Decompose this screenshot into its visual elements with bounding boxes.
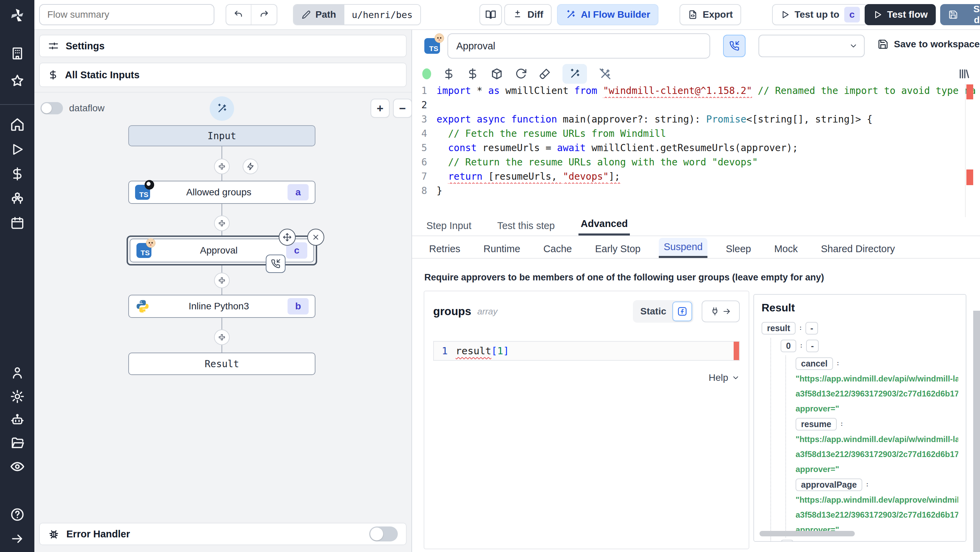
error-handler-toggle[interactable] xyxy=(369,527,398,541)
settings-gear-icon[interactable] xyxy=(0,389,34,404)
step-name-input[interactable] xyxy=(447,33,710,59)
test-up-to-button[interactable]: Test up to c xyxy=(772,4,868,25)
package-icon[interactable] xyxy=(490,67,503,80)
test-up-to-step-badge: c xyxy=(844,7,860,22)
runs-play-icon[interactable] xyxy=(0,142,34,157)
result-url: a3f58d13e212/3963172903/2c77d162d6b17395… xyxy=(795,386,958,401)
test-flow-button[interactable]: Test flow xyxy=(865,4,936,25)
move-step-button[interactable] xyxy=(279,229,296,246)
tab-retries[interactable]: Retries xyxy=(424,240,465,258)
ai-assistant-button[interactable] xyxy=(210,96,234,121)
result-key-chip[interactable]: approvalPage xyxy=(795,479,862,491)
resources-boxes-icon[interactable] xyxy=(0,191,34,206)
insert-step-button[interactable] xyxy=(214,329,230,345)
library-icon[interactable] xyxy=(957,67,970,81)
result-key-chip[interactable]: result xyxy=(762,322,795,334)
user-icon[interactable] xyxy=(0,366,34,380)
zoom-out-button[interactable]: − xyxy=(393,99,412,118)
suspend-indicator-button[interactable] xyxy=(723,35,746,57)
collapse-sidebar-arrow-icon[interactable] xyxy=(0,531,34,546)
ai-flow-builder-button[interactable]: AI Flow Builder xyxy=(557,4,659,25)
redo-button[interactable] xyxy=(251,5,277,24)
delete-step-button[interactable] xyxy=(307,229,324,246)
result-key-chip[interactable]: 0 xyxy=(781,340,796,352)
script-version-select[interactable] xyxy=(759,35,865,57)
plus-icon xyxy=(218,276,226,285)
resources-dollar-icon[interactable] xyxy=(466,68,479,80)
connect-input-button[interactable] xyxy=(702,301,740,322)
flow-canvas[interactable]: Settings All Static Inputs dataflow + − … xyxy=(34,30,411,552)
save-to-workspace-button[interactable]: Save to workspace xyxy=(878,39,980,50)
insert-step-button[interactable] xyxy=(214,215,230,231)
javascript-expression-button[interactable] xyxy=(672,302,692,321)
path-value[interactable]: u/henri/bes xyxy=(344,5,420,24)
tab-suspend[interactable]: Suspend xyxy=(659,238,708,258)
static-javascript-toggle[interactable]: Static xyxy=(633,300,694,323)
format-brush-icon[interactable] xyxy=(539,68,551,80)
favorites-star-icon[interactable] xyxy=(0,73,34,89)
windmill-logo[interactable] xyxy=(0,6,34,25)
result-key-chip[interactable]: 1 xyxy=(781,540,794,542)
docs-book-button[interactable] xyxy=(479,4,502,25)
folders-icon[interactable] xyxy=(0,436,34,450)
save-draft-label: Save draft xyxy=(963,4,980,25)
collapse-chip[interactable]: - xyxy=(805,322,818,334)
help-label: Help xyxy=(708,372,728,383)
code-editor[interactable]: 1import * as wmillClient from "windmill-… xyxy=(412,84,980,217)
add-trigger-button[interactable] xyxy=(243,159,258,174)
vertical-scrollbar[interactable] xyxy=(973,311,980,552)
save-draft-button[interactable]: Save draft xyxy=(940,4,980,25)
ai-assistant-active-button[interactable] xyxy=(563,64,587,84)
help-toggle[interactable]: Help xyxy=(433,372,740,383)
ai-disabled-icon[interactable] xyxy=(598,67,611,80)
help-icon[interactable] xyxy=(0,507,34,522)
error-handler-card[interactable]: Error Handler xyxy=(39,523,407,545)
undo-button[interactable] xyxy=(226,5,251,24)
tab-shared-directory[interactable]: Shared Directory xyxy=(816,240,900,258)
editor-overview-ruler[interactable] xyxy=(965,84,972,217)
workspace-icon[interactable] xyxy=(0,46,34,60)
path-edit-button[interactable]: Path xyxy=(294,5,344,24)
tab-step-input[interactable]: Step Input xyxy=(424,216,473,235)
result-key-chip[interactable]: resume xyxy=(795,418,837,431)
tab-cache[interactable]: Cache xyxy=(539,240,577,258)
export-button[interactable]: Export xyxy=(679,4,741,25)
variables-dollar-icon[interactable] xyxy=(443,68,455,80)
code-line: 6 // Return the resume URLs along with t… xyxy=(412,155,980,169)
schedules-calendar-icon[interactable] xyxy=(0,216,34,230)
tab-test-this-step[interactable]: Test this step xyxy=(495,216,557,235)
tab-advanced[interactable]: Advanced xyxy=(579,214,630,235)
tab-mock[interactable]: Mock xyxy=(769,240,802,258)
flow-settings-card[interactable]: Settings xyxy=(39,35,407,57)
flow-node-result[interactable]: Result xyxy=(128,353,315,375)
groups-expression: result[1] xyxy=(456,345,509,357)
diff-button[interactable]: Diff xyxy=(504,4,552,25)
insert-step-button[interactable] xyxy=(214,273,230,288)
flow-node-allowed-groups[interactable]: TS Allowed groups a xyxy=(128,181,315,204)
flow-node-inline-python3[interactable]: Inline Python3 b xyxy=(128,295,315,318)
workers-robot-icon[interactable] xyxy=(0,412,34,428)
audit-eye-icon[interactable] xyxy=(0,459,34,474)
magic-wand-icon xyxy=(216,103,228,115)
collapse-chip[interactable]: - xyxy=(806,340,818,352)
diff-label: Diff xyxy=(527,9,543,20)
horizontal-scrollbar[interactable] xyxy=(759,531,855,536)
suspend-step-badge xyxy=(266,255,285,273)
step-emoji xyxy=(434,33,444,43)
groups-expression-editor[interactable]: 1 result[1] xyxy=(433,341,740,361)
flow-node-input[interactable]: Input xyxy=(128,125,315,146)
all-static-inputs-card[interactable]: All Static Inputs xyxy=(39,63,407,87)
tab-sleep[interactable]: Sleep xyxy=(721,240,756,258)
result-key-chip[interactable]: cancel xyxy=(795,357,833,370)
step-emoji xyxy=(145,180,154,189)
flow-summary-input[interactable] xyxy=(39,4,215,25)
home-icon[interactable] xyxy=(0,117,34,132)
reload-icon[interactable] xyxy=(515,68,527,80)
insert-step-button[interactable] xyxy=(214,159,230,174)
tab-early-stop[interactable]: Early Stop xyxy=(590,240,646,258)
tab-runtime[interactable]: Runtime xyxy=(479,240,525,258)
dataflow-toggle[interactable] xyxy=(40,102,63,115)
sidebar-divider xyxy=(0,104,34,105)
variables-dollar-icon[interactable] xyxy=(0,167,34,181)
zoom-in-button[interactable]: + xyxy=(371,99,390,118)
